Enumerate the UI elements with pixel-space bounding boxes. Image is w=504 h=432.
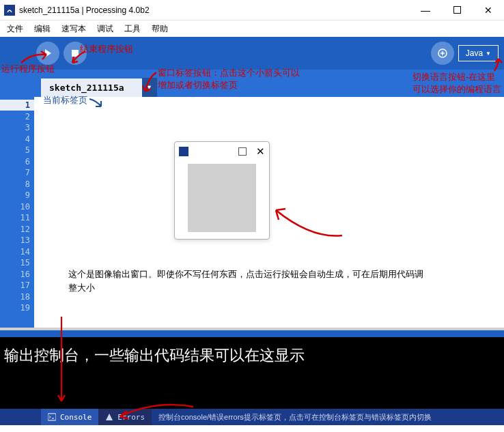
tab-bar: sketch_211115a ▼ xyxy=(0,70,504,97)
svg-rect-0 xyxy=(72,50,79,57)
line-number: 18 xyxy=(0,291,30,303)
stop-button[interactable] xyxy=(64,42,87,65)
line-number: 5 xyxy=(0,145,30,156)
editor-area: 1 2 3 4 5 6 7 8 9 10 11 12 13 14 15 16 1… xyxy=(0,97,504,328)
line-gutter: 1 2 3 4 5 6 7 8 9 10 11 12 13 14 15 16 1… xyxy=(0,97,34,328)
line-number: 15 xyxy=(0,257,30,269)
sketch-canvas xyxy=(188,164,256,232)
line-number: 10 xyxy=(0,201,30,213)
menu-debug[interactable]: 调试 xyxy=(93,22,117,36)
line-number: 12 xyxy=(0,224,30,235)
bottom-tab-bar: Console Errors 控制台console/错误errors提示标签页，… xyxy=(0,409,504,425)
window-title: sketch_211115a | Processing 4.0b2 xyxy=(19,5,410,15)
sketch-tab[interactable]: sketch_211115a xyxy=(41,78,142,97)
errors-tab-label: Errors xyxy=(117,413,145,422)
line-number: 3 xyxy=(0,122,30,134)
bottom-hint: 控制台console/错误errors提示标签页，点击可在控制台标签页与错误标签… xyxy=(152,412,504,422)
run-button[interactable] xyxy=(36,42,59,65)
console-icon xyxy=(48,413,56,421)
menu-tools[interactable]: 工具 xyxy=(120,22,145,36)
line-number: 6 xyxy=(0,156,30,168)
console-output: 输出控制台，一些输出代码结果可以在这显示 xyxy=(0,337,504,409)
line-number: 17 xyxy=(0,280,30,291)
menu-help[interactable]: 帮助 xyxy=(148,22,172,36)
line-number: 4 xyxy=(0,134,30,145)
menu-bar: 文件 编辑 速写本 调试 工具 帮助 xyxy=(0,20,504,37)
menu-file[interactable]: 文件 xyxy=(3,22,27,36)
line-number: 19 xyxy=(0,302,30,314)
output-window-description: 这个是图像输出窗口。即使你不写任何东西，点击运行按钮会自动生成，可在后期用代码调… xyxy=(68,268,423,294)
line-number: 9 xyxy=(0,190,30,201)
app-icon xyxy=(179,147,188,156)
console-tab-label: Console xyxy=(60,413,92,422)
line-number: 16 xyxy=(0,269,30,280)
maximize-icon[interactable] xyxy=(238,147,247,156)
menu-sketch[interactable]: 速写本 xyxy=(57,22,90,36)
maximize-button[interactable] xyxy=(441,0,473,20)
sketch-output-window: ✕ xyxy=(174,141,270,240)
line-number: 7 xyxy=(0,167,30,179)
line-number: 14 xyxy=(0,246,30,258)
code-editor[interactable]: ✕ 这个是图像输出窗口。即使你不写任何东西，点击运行按钮会自动生成，可在后期用代… xyxy=(34,97,504,328)
line-number: 8 xyxy=(0,179,30,190)
app-icon xyxy=(4,5,15,16)
console-text: 输出控制台，一些输出代码结果可以在这显示 xyxy=(4,347,305,364)
menu-edit[interactable]: 编辑 xyxy=(30,22,55,36)
language-label: Java xyxy=(466,48,483,58)
line-number: 1 xyxy=(0,100,30,111)
message-bar xyxy=(0,330,504,337)
language-selector[interactable]: Java ▼ xyxy=(458,45,499,61)
warning-icon xyxy=(105,413,113,421)
errors-tab[interactable]: Errors xyxy=(98,409,152,425)
tab-dropdown-button[interactable]: ▼ xyxy=(142,78,157,97)
minimize-button[interactable]: — xyxy=(410,0,441,20)
svg-rect-2 xyxy=(48,414,56,420)
console-tab[interactable]: Console xyxy=(41,409,98,425)
chevron-down-icon: ▼ xyxy=(486,51,491,57)
debug-icon[interactable] xyxy=(431,42,454,65)
line-number: 13 xyxy=(0,235,30,246)
tab-label: sketch_211115a xyxy=(49,83,124,93)
title-bar: sketch_211115a | Processing 4.0b2 — ✕ xyxy=(0,0,504,20)
line-number: 2 xyxy=(0,111,30,123)
line-number: 11 xyxy=(0,212,30,224)
toolbar: Java ▼ xyxy=(0,37,504,70)
close-icon[interactable]: ✕ xyxy=(256,145,265,158)
close-button[interactable]: ✕ xyxy=(473,0,504,20)
